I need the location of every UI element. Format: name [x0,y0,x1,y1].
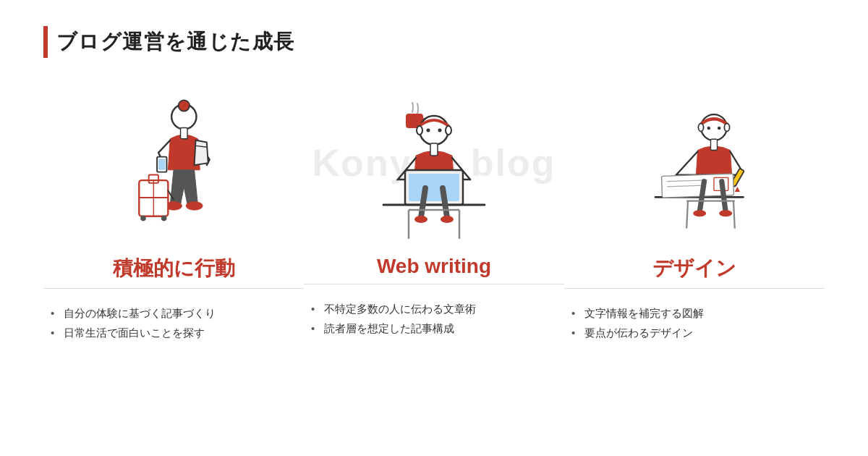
col3-bullet-1: 文字情報を補完する図解 [571,303,817,323]
svg-marker-37 [735,187,740,192]
illustration-1 [101,87,246,246]
svg-rect-5 [158,159,166,170]
svg-point-19 [427,129,430,132]
svg-rect-21 [430,143,438,156]
col3-bullets: 文字情報を補完する図解 要点が伝わるデザイン [564,303,825,342]
col2-bullet-2: 読者層を想定した記事構成 [311,318,557,338]
header: ブログ運営を通じた成長 [43,26,825,58]
header-accent [43,26,48,58]
columns-container: 積極的に行動 自分の体験に基づく記事づくり 日常生活で面白いことを探す [43,87,825,342]
svg-point-34 [718,127,721,130]
col1-bullet-1: 自分の体験に基づく記事づくり [51,303,297,323]
svg-point-17 [417,126,422,135]
svg-point-7 [186,202,203,210]
col2-bullets: 不特定多数の人に伝わる文章術 読者層を想定した記事構成 [304,299,564,338]
svg-point-1 [179,100,190,111]
col2-bullet-1: 不特定多数の人に伝わる文章術 [311,299,557,318]
col2-label: Web writing [377,255,491,278]
page-container: ブログ運営を通じた成長 Konyan blog [0,0,868,456]
svg-point-31 [698,124,703,132]
col3-bullet-2: 要点が伝わるデザイン [571,323,817,342]
col3-label: デザイン [652,255,736,282]
svg-point-32 [724,124,729,132]
svg-rect-23 [409,174,459,201]
svg-line-45 [686,201,688,229]
svg-point-13 [161,216,167,221]
svg-point-33 [707,127,711,130]
svg-point-18 [446,126,451,135]
column-3: デザイン 文字情報を補完する図解 要点が伝わるデザイン [564,87,825,342]
svg-point-44 [719,210,732,216]
svg-rect-3 [181,128,188,139]
col2-divider [304,284,564,284]
svg-rect-35 [711,139,718,150]
col1-divider [43,288,304,289]
svg-point-29 [441,216,454,223]
col1-bullet-2: 日常生活で面白いことを探す [51,323,297,342]
svg-point-43 [693,210,706,216]
illustration-3 [622,87,767,246]
svg-point-12 [140,216,146,221]
svg-point-20 [438,129,442,132]
col1-label: 積極的に行動 [113,255,235,282]
page-title: ブログ運営を通じた成長 [56,28,294,56]
col1-bullets: 自分の体験に基づく記事づくり 日常生活で面白いことを探す [43,303,304,342]
svg-line-46 [733,201,735,229]
col3-divider [564,288,825,289]
illustration-2 [362,87,506,246]
column-1: 積極的に行動 自分の体験に基づく記事づくり 日常生活で面白いことを探す [43,87,304,342]
svg-point-28 [414,216,427,223]
column-2: Web writing 不特定多数の人に伝わる文章術 読者層を想定した記事構成 [304,87,564,338]
